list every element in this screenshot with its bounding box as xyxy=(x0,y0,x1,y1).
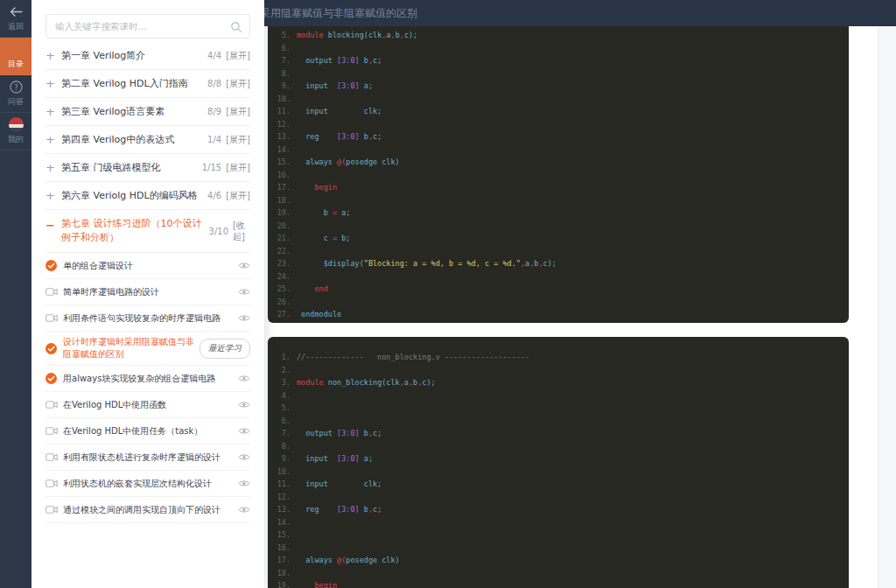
line-number: 14. xyxy=(268,144,297,157)
expand-toggle[interactable]: [展开] xyxy=(226,106,250,118)
line-number: 26. xyxy=(268,296,297,309)
chapter-progress: 1/15 xyxy=(202,163,221,172)
line-number: 18. xyxy=(268,567,297,580)
expand-toggle[interactable]: [展开] xyxy=(226,50,250,62)
video-icon xyxy=(46,426,63,436)
eye-icon[interactable] xyxy=(236,288,250,296)
page-scrollbar[interactable] xyxy=(878,26,896,588)
chapter-title: 第四章 Verilog中的表达式 xyxy=(61,133,207,146)
chapter-row-4[interactable]: +第四章 Verilog中的表达式1/4[展开] xyxy=(46,126,250,154)
code-line: 24. xyxy=(268,270,849,284)
code-line: 22. xyxy=(268,245,849,258)
line-number: 10. xyxy=(268,93,297,106)
chapter-title: 第七章 设计练习进阶（10个设计例子和分析） xyxy=(61,217,209,245)
expand-icon[interactable]: + xyxy=(46,133,61,146)
lesson-title: 用always块实现较复杂的组合逻辑电路 xyxy=(63,368,236,389)
chapter-progress: 8/9 xyxy=(207,107,221,116)
video-icon xyxy=(46,452,63,462)
expand-toggle[interactable]: [展开] xyxy=(226,78,250,90)
lesson-row-6[interactable]: 在Verilog HDL中使用函数 xyxy=(46,392,250,418)
search-input[interactable] xyxy=(46,15,249,38)
code-text: reg [3:0] b,c; xyxy=(297,503,382,516)
rail-label-qa: 问答 xyxy=(8,96,24,108)
lesson-row-7[interactable]: 在Verilog HDL中使用任务（task） xyxy=(46,418,250,444)
lesson-row-2[interactable]: 简单时序逻辑电路的设计 xyxy=(46,279,250,305)
code-line: 10. xyxy=(268,466,849,479)
eye-icon[interactable] xyxy=(236,506,250,514)
code-line: 17. always @(posedge clk) xyxy=(268,554,849,567)
code-line: 26. xyxy=(268,296,849,309)
expand-toggle[interactable]: [展开] xyxy=(226,134,250,146)
line-number: 11. xyxy=(268,478,297,491)
lesson-row-9[interactable]: 利用状态机的嵌套实现层次结构化设计 xyxy=(46,471,250,497)
code-line: 8. xyxy=(268,67,849,80)
eye-icon[interactable] xyxy=(236,480,250,487)
code-line: 13. reg [3:0] b,c; xyxy=(268,130,849,144)
video-icon xyxy=(46,505,63,514)
chapter-row-6[interactable]: +第六章 Veriolg HDL的编码风格4/6[展开] xyxy=(46,182,250,210)
lesson-row-8[interactable]: 利用有限状态机进行复杂时序逻辑的设计 xyxy=(46,444,250,471)
rail-item-toc[interactable]: 目录 xyxy=(0,38,32,75)
chapter-row-7[interactable]: −第七章 设计练习进阶（10个设计例子和分析）3/10[收起] xyxy=(46,210,250,253)
expand-icon[interactable]: + xyxy=(46,49,61,62)
chapter-row-1[interactable]: +第一章 Verilog简介4/4[展开] xyxy=(46,42,250,70)
lesson-search-box[interactable] xyxy=(46,14,250,38)
code-line: 14. xyxy=(268,516,849,529)
eye-icon[interactable] xyxy=(236,427,250,435)
code-text: reg [3:0] b,c; xyxy=(297,130,382,144)
chapter-progress: 1/4 xyxy=(207,135,221,144)
lesson-title: 简单时序逻辑电路的设计 xyxy=(63,282,236,303)
check-circle-icon xyxy=(46,343,63,354)
line-number: 8. xyxy=(268,67,297,80)
code-line: 2. xyxy=(268,364,849,377)
code-line: 23. $display("Blocking: a = %d, b = %d, … xyxy=(268,257,849,270)
expand-icon[interactable]: + xyxy=(46,77,61,90)
code-text: output [3:0] b,c; xyxy=(297,427,382,440)
code-text: input [3:0] a; xyxy=(297,80,373,93)
line-number: 17. xyxy=(268,181,297,194)
expand-icon[interactable]: + xyxy=(46,161,61,174)
expand-toggle[interactable]: [展开] xyxy=(226,162,250,174)
line-number: 17. xyxy=(268,554,297,567)
line-number: 19. xyxy=(268,206,297,220)
rail-item-qa[interactable]: ? 问答 xyxy=(0,75,32,113)
code-line: 21. c = b; xyxy=(268,232,849,245)
chapter-row-3[interactable]: +第三章 Verilog语言要素8/9[展开] xyxy=(46,98,250,126)
chapter-progress: 8/8 xyxy=(207,79,221,88)
expand-icon[interactable]: + xyxy=(46,189,61,202)
avatar xyxy=(9,118,24,132)
chapter-title: 第二章 Verilog HDL入门指南 xyxy=(61,77,207,90)
chapter-row-5[interactable]: +第五章 门级电路模型化1/15[展开] xyxy=(46,154,250,182)
eye-icon[interactable] xyxy=(236,401,250,409)
expand-toggle[interactable]: [展开] xyxy=(226,190,250,202)
lesson-row-5[interactable]: 用always块实现较复杂的组合逻辑电路 xyxy=(46,366,250,392)
rail-item-profile[interactable]: 我的 xyxy=(0,113,32,150)
collapse-toggle[interactable]: [收起] xyxy=(233,220,250,242)
code-line: 15. always @(posedge clk) xyxy=(268,156,849,169)
chapter-row-2[interactable]: +第二章 Verilog HDL入门指南8/8[展开] xyxy=(46,70,250,98)
code-line: 3.module non_blocking(clk,a,b,c); xyxy=(268,376,849,389)
expand-icon[interactable]: + xyxy=(46,105,61,118)
line-number: 4. xyxy=(268,389,297,402)
collapse-icon[interactable]: − xyxy=(46,217,61,232)
rail-item-back[interactable]: 返回 xyxy=(0,0,32,38)
code-text: c = b; xyxy=(297,232,350,245)
code-text: module non_blocking(clk,a,b,c); xyxy=(297,376,436,389)
lesson-row-1[interactable]: 单的组合逻辑设计 xyxy=(46,253,250,279)
line-number: 27. xyxy=(268,308,297,321)
search-icon[interactable] xyxy=(230,20,242,37)
code-line: 16. xyxy=(268,542,849,555)
lesson-row-10[interactable]: 通过模块之间的调用实现自顶向下的设计 xyxy=(46,497,250,523)
line-number: 5. xyxy=(268,402,297,415)
code-line: 9. input [3:0] a; xyxy=(268,452,849,466)
eye-icon[interactable] xyxy=(236,262,250,270)
eye-icon[interactable] xyxy=(236,374,250,382)
eye-icon[interactable] xyxy=(236,453,250,461)
lesson-row-3[interactable]: 利用条件语句实现较复杂的时序逻辑电路 xyxy=(46,305,250,332)
code-line: 16. xyxy=(268,169,849,182)
lesson-row-4[interactable]: 设计时序逻辑时采用阻塞赋值与非阻塞赋值的区别最近学习 xyxy=(46,332,250,366)
line-number: 10. xyxy=(268,466,297,479)
eye-icon[interactable] xyxy=(236,314,250,322)
code-line: 27. endmodule xyxy=(268,308,849,321)
code-line: 11. input clk; xyxy=(268,105,849,118)
